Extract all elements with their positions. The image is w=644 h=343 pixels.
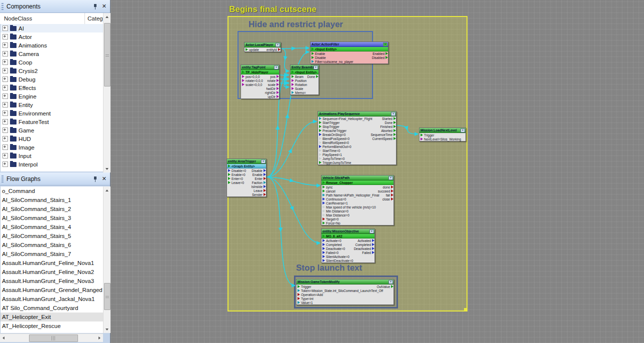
output-port-icon[interactable]	[386, 56, 388, 59]
tree-item-debug[interactable]: Debug	[0, 75, 103, 84]
output-port-icon[interactable]	[276, 75, 279, 78]
node-entity-row[interactable]: <Input Entity>	[290, 70, 318, 74]
expand-icon[interactable]	[2, 102, 8, 108]
scrollbar-thumb[interactable]	[104, 283, 110, 310]
input-port-icon[interactable]	[298, 285, 300, 288]
node-header[interactable]: Vehicle:StickPath▾	[322, 176, 394, 180]
input-port[interactable]: StopTrigger	[319, 125, 340, 128]
node-header[interactable]: entity:TagPoint▾	[241, 65, 279, 70]
output-port-icon[interactable]	[276, 83, 279, 86]
input-port[interactable]: Enable=0	[228, 173, 246, 176]
input-port[interactable]: BlendRotSpeed=0	[319, 141, 349, 144]
input-port[interactable]: Completed	[322, 243, 342, 246]
node-minimize-button[interactable]: ▾	[383, 42, 388, 46]
node-load-next-level[interactable]: Mission:LoadNextLevel▾TriggerNextLevel=S…	[419, 128, 466, 142]
tree-item-environment[interactable]: Environment	[0, 109, 103, 118]
input-port-icon[interactable]	[292, 75, 294, 78]
input-port[interactable]: Type=int	[298, 297, 314, 300]
input-port[interactable]: Min Distance=0	[322, 210, 348, 213]
input-port[interactable]: JumpToTime=0	[319, 157, 344, 160]
flowgraph-list-item[interactable]: Assault.HumanGrunt_Feline_Nova2	[0, 268, 103, 276]
input-port-icon[interactable]	[322, 239, 325, 242]
expand-icon[interactable]	[2, 51, 8, 56]
panel-grip[interactable]	[2, 175, 4, 182]
input-port[interactable]: Rotation	[292, 83, 307, 86]
flowgraph-list-item[interactable]: AT_SiloCommand_Entering	[0, 330, 103, 333]
input-port-icon[interactable]	[292, 87, 294, 90]
input-port-icon[interactable]	[322, 214, 325, 216]
output-port[interactable]: fwdDir	[266, 87, 278, 90]
output-port-icon[interactable]	[394, 137, 396, 140]
input-port[interactable]: Continuous=0	[322, 198, 346, 201]
input-port[interactable]: Max speed of the vehicle (m/s)=10	[322, 206, 376, 209]
input-port[interactable]: sync	[322, 186, 332, 189]
input-port-icon[interactable]	[298, 289, 300, 292]
input-port-icon[interactable]	[312, 60, 314, 63]
scroll-up-button[interactable]	[104, 186, 110, 194]
input-port[interactable]: Beam	[292, 75, 304, 78]
input-port-icon[interactable]	[298, 297, 300, 300]
flowgraph-list-item[interactable]: AI_SiloCommand_Stairs_1	[0, 196, 103, 204]
input-port-icon[interactable]	[322, 186, 325, 188]
output-port-icon[interactable]	[394, 125, 396, 128]
output-port-icon[interactable]	[394, 121, 396, 124]
flowgraph-list-item[interactable]: AT Silo_Command_Courtyard	[0, 304, 103, 312]
node-game-token-modify[interactable]: Mission:GameTokenModify▾TriggerOutValueT…	[296, 279, 394, 305]
node-local-player[interactable]: Actor:LocalPlayer▾updateentityId	[244, 42, 281, 52]
flowgraph-list-item[interactable]: AI_SiloCommand_Stairs_3	[0, 214, 103, 222]
output-port-icon[interactable]	[372, 239, 374, 242]
tree-item-interpol[interactable]: Interpol	[0, 160, 103, 168]
input-port[interactable]: NextLevel=Silos_Working	[420, 138, 461, 141]
output-port[interactable]: done	[383, 186, 392, 189]
input-port-icon[interactable]	[242, 70, 244, 74]
components-tree[interactable]: AIActorAnimationsCameraCoopCrysis2DebugE…	[0, 24, 103, 172]
input-port-icon[interactable]	[312, 52, 314, 55]
output-port-icon[interactable]	[276, 91, 279, 94]
output-port[interactable]: Faction	[252, 181, 265, 184]
node-entity-row[interactable]: <Graph Entity>	[227, 164, 266, 168]
output-port[interactable]: rightDir	[265, 91, 278, 94]
expand-icon[interactable]	[2, 136, 8, 142]
flowgraph-list-item[interactable]: AT_Helicopter_Exit	[0, 312, 103, 322]
input-port-icon[interactable]	[322, 243, 325, 246]
output-port[interactable]: IsInside	[252, 185, 265, 188]
input-port[interactable]: SilentDeactivate=0	[322, 259, 353, 262]
input-port-icon[interactable]	[322, 255, 325, 258]
output-port-icon[interactable]	[276, 95, 279, 98]
node-minimize-button[interactable]: ▾	[276, 43, 280, 47]
node-header[interactable]: Actor:LocalPlayer▾	[244, 42, 280, 48]
scrollbar-thumb[interactable]	[29, 334, 78, 342]
input-port[interactable]: cancel	[322, 190, 336, 193]
output-port[interactable]: Finished	[380, 125, 395, 128]
input-port[interactable]: PerformBlendOut=0	[319, 145, 352, 148]
flowgraph-list-item[interactable]: o_Command	[0, 186, 103, 196]
node-area-trigger[interactable]: entity:AreaTrigger▾<Graph Entity>Disable…	[226, 158, 266, 197]
output-port[interactable]: close	[382, 198, 392, 201]
expand-icon[interactable]	[2, 68, 8, 74]
flowgraph-list-item[interactable]: Assault.HumanGrunt_Feline_Nova3	[0, 276, 103, 286]
flowgraph-list-item[interactable]: AI_SiloCommand_Stairs_4	[0, 222, 103, 232]
node-beam-entity[interactable]: Entity:BeamEntity▾<Input Entity>BeamDone…	[290, 64, 319, 95]
input-port-icon[interactable]	[242, 75, 244, 78]
output-port-icon[interactable]	[278, 48, 280, 51]
input-port-icon[interactable]	[298, 293, 300, 296]
input-port[interactable]: BlendPosSpeed=0	[319, 137, 350, 140]
output-port[interactable]: Done	[384, 121, 395, 124]
input-port-icon[interactable]	[312, 56, 314, 59]
input-port[interactable]: Path Name=AIPath_Helicopter_Final	[322, 194, 379, 197]
input-port-icon[interactable]	[319, 153, 322, 156]
input-port-icon[interactable]	[322, 206, 325, 208]
input-port-icon[interactable]	[322, 259, 325, 262]
input-port-icon[interactable]	[322, 234, 325, 238]
expand-icon[interactable]	[2, 128, 8, 133]
tree-item-entity[interactable]: Entity	[0, 100, 103, 109]
tree-item-ai[interactable]: AI	[0, 24, 103, 32]
output-port[interactable]: succeed	[378, 190, 392, 193]
input-port-icon[interactable]	[322, 202, 325, 204]
flowgraph-list-item[interactable]: Assault.HumanGrunt_Grendel_Ranged	[0, 286, 103, 294]
scroll-right-button[interactable]	[96, 334, 103, 342]
components-vertical-scrollbar[interactable]	[103, 13, 110, 172]
output-port[interactable]: Leave	[254, 189, 265, 192]
input-port-icon[interactable]	[298, 301, 300, 304]
node-stick-path[interactable]: Vehicle:StickPath▾Rescue_Choppersyncdone…	[321, 175, 394, 226]
